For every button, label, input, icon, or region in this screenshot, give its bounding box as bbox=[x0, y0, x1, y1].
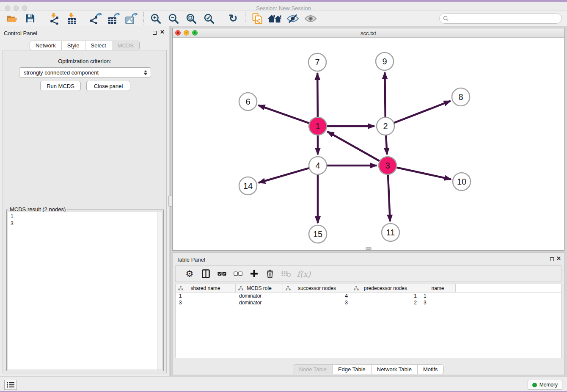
close-panel-action-button[interactable]: Close panel bbox=[86, 81, 130, 91]
tab-style[interactable]: Style bbox=[61, 41, 85, 50]
graph-edge-2-8[interactable] bbox=[394, 101, 451, 123]
hide-selected-icon[interactable] bbox=[284, 12, 302, 25]
select-all-checkboxes-icon[interactable] bbox=[214, 267, 230, 281]
mcds-result-group: MCDS result (2 nodes) 1 3 bbox=[6, 210, 164, 371]
graph-node-label-6: 6 bbox=[245, 97, 250, 106]
cell-name[interactable]: 1 bbox=[420, 293, 456, 299]
mcds-panel: Optimization criterion: strongly connect… bbox=[3, 50, 167, 373]
column-header-mcds-role[interactable]: MCDS role bbox=[236, 284, 283, 292]
graph-edge-3-11[interactable] bbox=[388, 174, 390, 221]
table-close-panel-button[interactable]: ✕ bbox=[556, 256, 561, 261]
network-view-window: × − + scc.txt 7968124314101511 bbox=[172, 28, 564, 251]
delete-row-icon[interactable] bbox=[262, 267, 278, 281]
refresh-view-icon[interactable]: ↻ bbox=[224, 12, 242, 25]
toolbar-separator bbox=[42, 12, 42, 25]
cell-mcds-role[interactable]: dominator bbox=[236, 293, 283, 299]
column-settings-gear-icon[interactable]: ⚙ bbox=[182, 267, 198, 281]
graph-node-label-10: 10 bbox=[457, 177, 466, 186]
sort-icon[interactable] bbox=[354, 286, 359, 290]
node-table-body: 1dominator4113dominator323 bbox=[176, 293, 561, 306]
graph-edge-3-10[interactable] bbox=[396, 167, 451, 179]
tab-motifs[interactable]: Motifs bbox=[417, 365, 443, 374]
graph-node-label-7: 7 bbox=[315, 58, 319, 67]
toolbar-separator bbox=[143, 12, 144, 25]
mcds-result-scrollbar[interactable] bbox=[157, 212, 162, 370]
cell-mcds-role[interactable]: dominator bbox=[236, 299, 283, 306]
column-header-spacer bbox=[456, 284, 561, 292]
node-table[interactable]: shared nameMCDS rolesuccessor nodesprede… bbox=[175, 284, 561, 358]
tab-select[interactable]: Select bbox=[85, 41, 112, 50]
mcds-result-textarea[interactable]: 1 3 bbox=[8, 212, 162, 370]
run-mcds-button[interactable]: Run MCDS bbox=[40, 81, 81, 91]
float-panel-button[interactable] bbox=[153, 31, 157, 35]
column-header-successor-nodes[interactable]: successor nodes bbox=[283, 284, 351, 292]
graph-edge-2-3[interactable] bbox=[386, 135, 387, 155]
open-session-icon[interactable] bbox=[3, 12, 21, 25]
table-row[interactable]: 3dominator323 bbox=[176, 299, 561, 306]
table-float-panel-button[interactable] bbox=[550, 257, 554, 261]
cell-predecessor-nodes[interactable]: 1 bbox=[351, 293, 420, 299]
show-all-icon[interactable] bbox=[302, 12, 319, 25]
sort-icon[interactable] bbox=[238, 286, 243, 290]
add-row-icon[interactable] bbox=[246, 267, 262, 281]
sort-icon[interactable] bbox=[178, 286, 183, 290]
task-history-button[interactable] bbox=[4, 380, 17, 390]
network-resize-handle[interactable] bbox=[366, 247, 372, 250]
control-panel-tabs: NetworkStyleSelectMCDS bbox=[30, 41, 140, 50]
cell-successor-nodes[interactable]: 4 bbox=[283, 293, 351, 299]
clone-network-icon[interactable] bbox=[248, 12, 266, 25]
memory-label: Memory bbox=[539, 382, 558, 388]
column-header-name[interactable]: name bbox=[420, 284, 456, 292]
close-panel-button[interactable]: ✕ bbox=[160, 29, 165, 35]
show-columns-icon[interactable] bbox=[198, 267, 214, 281]
tab-network[interactable]: Network bbox=[30, 41, 61, 50]
search-field[interactable] bbox=[439, 13, 562, 24]
criterion-dropdown-value: strongly connected component bbox=[24, 69, 99, 76]
export-image-icon[interactable] bbox=[123, 12, 140, 25]
zoom-in-icon[interactable] bbox=[147, 12, 165, 25]
optimization-criterion-label: Optimization criterion: bbox=[3, 58, 166, 64]
table-panel-title: Table Panel bbox=[176, 257, 205, 263]
graph-edge-1-7[interactable] bbox=[317, 73, 318, 117]
cell-shared-name[interactable]: 3 bbox=[176, 299, 236, 306]
sort-icon[interactable] bbox=[286, 286, 291, 290]
tab-node-table[interactable]: Node Table bbox=[293, 365, 332, 374]
control-panel-header: Control Panel ✕ bbox=[0, 26, 169, 40]
zoom-out-icon[interactable] bbox=[165, 12, 182, 25]
zoom-selected-icon[interactable] bbox=[200, 12, 218, 25]
search-input[interactable] bbox=[451, 15, 558, 22]
toolbar-separator bbox=[221, 12, 221, 25]
graph-node-label-9: 9 bbox=[382, 57, 387, 66]
cell-predecessor-nodes[interactable]: 2 bbox=[351, 299, 420, 306]
column-header-shared-name[interactable]: shared name bbox=[176, 284, 236, 292]
graph-edge-4-14[interactable] bbox=[259, 168, 309, 183]
control-panel-title: Control Panel bbox=[4, 30, 37, 36]
home-view-icon[interactable] bbox=[266, 12, 284, 25]
save-session-icon[interactable] bbox=[21, 12, 39, 25]
graph-edge-2-9[interactable] bbox=[385, 72, 385, 117]
import-network-icon[interactable] bbox=[45, 12, 63, 25]
graph-node-label-11: 11 bbox=[386, 228, 395, 237]
memory-button[interactable]: Memory bbox=[528, 380, 562, 390]
table-row[interactable]: 1dominator411 bbox=[176, 293, 561, 299]
tab-edge-table[interactable]: Edge Table bbox=[332, 365, 371, 374]
criterion-dropdown[interactable]: strongly connected component bbox=[19, 67, 151, 77]
graph-edge-1-6[interactable] bbox=[259, 105, 310, 123]
function-builder-icon: f(x) bbox=[294, 267, 314, 281]
tab-network-table[interactable]: Network Table bbox=[371, 365, 417, 374]
table-toolbar: ⚙ bbox=[175, 265, 561, 282]
graph-edge-3-1[interactable] bbox=[328, 132, 380, 161]
cell-name[interactable]: 3 bbox=[420, 299, 456, 306]
column-header-predecessor-nodes[interactable]: predecessor nodes bbox=[351, 284, 420, 292]
zoom-fit-icon[interactable] bbox=[182, 12, 200, 25]
splitter-handle[interactable] bbox=[168, 196, 172, 207]
export-network-icon[interactable] bbox=[87, 12, 105, 25]
cell-successor-nodes[interactable]: 3 bbox=[283, 299, 351, 306]
export-table-icon[interactable] bbox=[105, 12, 123, 25]
cell-shared-name[interactable]: 1 bbox=[176, 293, 236, 299]
deselect-all-checkboxes-icon[interactable] bbox=[230, 267, 246, 281]
import-table-icon[interactable] bbox=[63, 12, 81, 25]
network-canvas-svg[interactable]: 7968124314101511 bbox=[173, 38, 564, 250]
tab-mcds[interactable]: MCDS bbox=[112, 41, 139, 50]
delete-table-icon bbox=[278, 267, 294, 281]
